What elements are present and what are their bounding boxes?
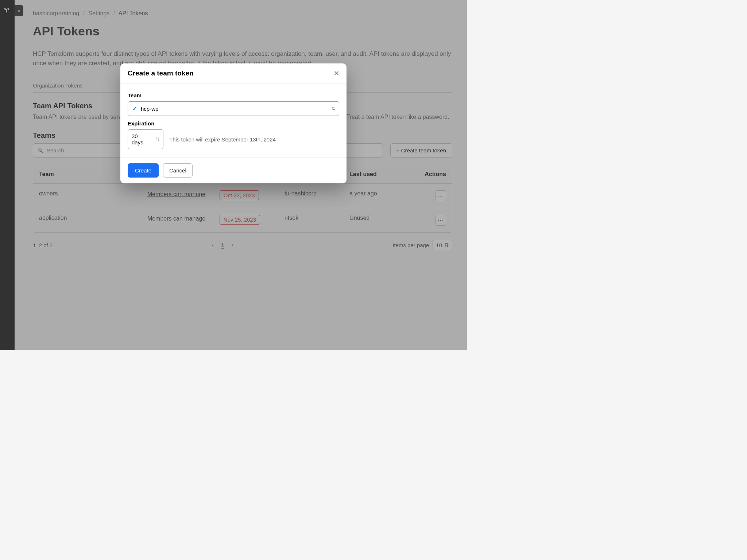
team-select-value: hcp-wp — [141, 106, 158, 112]
expiration-select[interactable]: 30 days ⇅ — [128, 129, 163, 149]
create-button[interactable]: Create — [128, 163, 159, 178]
modal-title: Create a team token — [128, 69, 194, 77]
create-team-token-modal: Create a team token ✕ Team ✓ hcp-wp ⇅ Ex… — [120, 63, 347, 183]
updown-icon: ⇅ — [332, 106, 335, 111]
expiration-row: 30 days ⇅ This token will expire Septemb… — [128, 129, 339, 149]
modal-body: Team ✓ hcp-wp ⇅ Expiration 30 days ⇅ Thi… — [120, 83, 347, 157]
team-field-label: Team — [128, 92, 339, 98]
expiration-select-value: 30 days — [132, 133, 148, 145]
modal-header: Create a team token ✕ — [120, 63, 347, 83]
expiration-field-label: Expiration — [128, 120, 339, 127]
cancel-button[interactable]: Cancel — [163, 163, 193, 178]
close-icon: ✕ — [334, 70, 339, 77]
check-icon: ✓ — [132, 105, 137, 112]
team-select[interactable]: ✓ hcp-wp ⇅ — [128, 101, 339, 116]
expiration-hint: This token will expire September 13th, 2… — [169, 136, 276, 143]
modal-footer: Create Cancel — [120, 157, 347, 183]
updown-icon: ⇅ — [156, 137, 159, 141]
close-button[interactable]: ✕ — [334, 69, 339, 77]
modal-overlay[interactable]: Create a team token ✕ Team ✓ hcp-wp ⇅ Ex… — [0, 0, 467, 350]
